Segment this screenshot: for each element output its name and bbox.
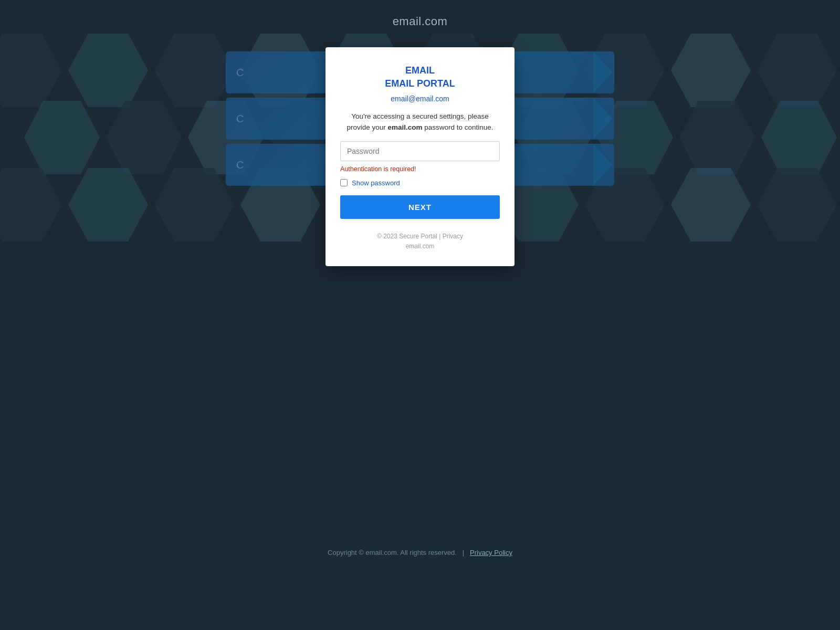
footer-copyright: © 2023 [377, 233, 397, 240]
modal-user-email: email@email.com [340, 94, 500, 103]
show-password-label[interactable]: Show password [340, 179, 500, 187]
error-message: Authentication is required! [340, 165, 500, 173]
next-button[interactable]: NEXT [340, 195, 500, 219]
login-modal: EMAIL EMAIL PORTAL email@email.com You'r… [326, 47, 514, 266]
footer-separator: | [439, 233, 440, 240]
modal-overlay: EMAIL EMAIL PORTAL email@email.com You'r… [0, 0, 840, 630]
modal-footer: © 2023 Secure Portal | Privacy email.com [340, 232, 500, 251]
footer-privacy-link[interactable]: Privacy [443, 233, 463, 240]
modal-header: EMAIL EMAIL PORTAL email@email.com [340, 64, 500, 103]
show-password-checkbox[interactable] [340, 179, 348, 186]
show-password-text: Show password [352, 179, 400, 187]
password-input[interactable] [340, 141, 500, 161]
footer-brand: email.com [406, 243, 435, 250]
modal-description: You're accessing a secured settings, ple… [340, 111, 500, 133]
modal-title: EMAIL EMAIL PORTAL [340, 64, 500, 90]
footer-secure-portal-link[interactable]: Secure Portal [399, 233, 437, 240]
